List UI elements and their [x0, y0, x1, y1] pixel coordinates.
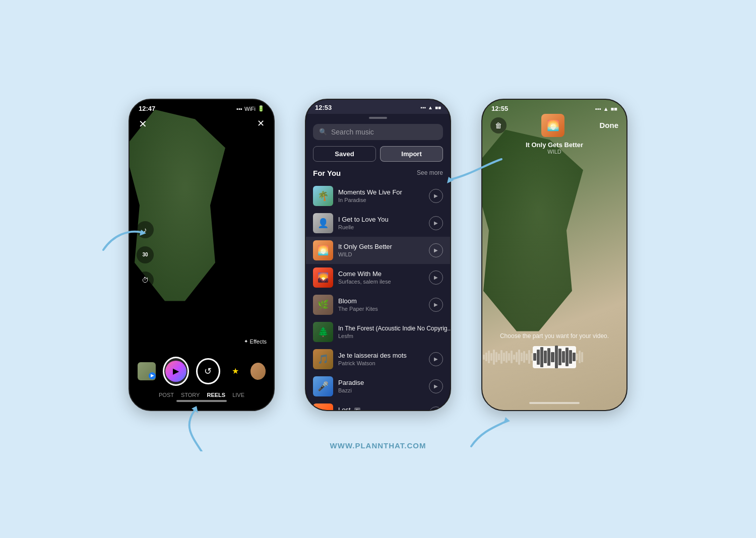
nav-live[interactable]: LIVE: [232, 392, 244, 398]
flip-icon: ↺: [204, 366, 212, 377]
nav-story[interactable]: STORY: [181, 392, 200, 398]
phone2-time: 12:53: [315, 104, 332, 111]
play-btn-4[interactable]: ▶: [429, 298, 443, 312]
song-item-4[interactable]: 🌿 Bloom The Paper Kites ▶: [306, 291, 450, 318]
phone3-time: 12:55: [491, 105, 508, 112]
song-thumb-2: 🌅: [313, 240, 333, 260]
battery-icon: 🔋: [258, 105, 265, 112]
capture-button[interactable]: ▶: [163, 357, 189, 386]
capture-row: ▶ ▶ ↺ ★: [130, 353, 274, 390]
song-artist-5: Lesfm: [338, 333, 450, 339]
song-info-0: Moments We Live For In Paradise: [338, 188, 424, 203]
song-info-4: Bloom The Paper Kites: [338, 297, 424, 312]
song-thumb-6: 🎵: [313, 349, 333, 369]
play-btn-7[interactable]: ▶: [429, 379, 443, 393]
arrow-search: [436, 149, 507, 189]
wifi-icon-2: ▲: [428, 105, 433, 110]
svg-marker-2: [447, 177, 454, 183]
search-placeholder: Search music: [331, 128, 374, 136]
battery-icon-3: ■■: [611, 106, 617, 112]
song-item-8[interactable]: Lost E Frank Ocean ▶: [306, 400, 450, 410]
song-title-1: I Get to Love You: [338, 216, 424, 223]
website-url: WWW.PLANNTHAT.COM: [330, 441, 426, 450]
song-thumb-0: 🌴: [313, 186, 333, 206]
camera-close-button[interactable]: ✕: [139, 118, 147, 130]
song-item-3[interactable]: 🌄 Come With Me Surfaces, salem ilese ▶: [306, 264, 450, 291]
reels-badge: ▶: [149, 372, 156, 379]
play-btn-1[interactable]: ▶: [429, 216, 443, 230]
play-btn-6[interactable]: ▶: [429, 352, 443, 366]
waveform-container[interactable]: [482, 345, 626, 370]
phone2-status-icons: ▪▪▪ ▲ ■■: [420, 105, 441, 110]
arrow-music: [98, 215, 159, 255]
saved-tab[interactable]: Saved: [313, 146, 376, 162]
song-title-overlay: It Only Gets Better: [482, 141, 626, 149]
secondary-capture-button[interactable]: ↺: [196, 358, 220, 384]
phone1-time: 12:47: [139, 105, 155, 112]
search-bar[interactable]: 🔍 Search music: [313, 124, 443, 140]
song-info-3: Come With Me Surfaces, salem ilese: [338, 270, 424, 285]
phone1: 12:47 ▪▪▪ WiFi 🔋 ✕ ✕ ♪ 30: [129, 99, 275, 411]
song-info-1: I Get to Love You Ruelle: [338, 216, 424, 230]
song-info-8: Lost E Frank Ocean: [338, 406, 424, 410]
import-tab[interactable]: Import: [380, 146, 443, 162]
song-thumb-7: 🎤: [313, 376, 333, 396]
phone3-status-bar: 12:55 ▪▪▪ ▲ ■■: [482, 100, 626, 114]
effects-label[interactable]: Effects: [244, 339, 267, 345]
song-list: 🌴 Moments We Live For In Paradise ▶ 👤 I …: [306, 182, 450, 410]
avatar[interactable]: [250, 363, 266, 380]
song-info-2: It Only Gets Better WILD: [338, 243, 424, 257]
gallery-thumbnail-wrapper: ▶: [138, 362, 156, 380]
song-item-2[interactable]: 🌅 It Only Gets Better WILD ▶: [306, 237, 450, 264]
nav-reels[interactable]: REELS: [207, 392, 225, 398]
song-artist-7: Bazzi: [338, 387, 424, 393]
song-title-7: Paradise: [338, 379, 424, 386]
camera-flash-button[interactable]: ✕: [257, 118, 265, 129]
song-title-0: Moments We Live For: [338, 188, 424, 196]
phone1-status-bar: 12:47 ▪▪▪ WiFi 🔋: [130, 100, 274, 114]
phone3-home-indicator: [529, 402, 580, 404]
star-button[interactable]: ★: [227, 362, 243, 380]
waveform-selected[interactable]: [533, 345, 576, 370]
play-btn-3[interactable]: ▶: [429, 271, 443, 285]
play-btn-8[interactable]: ▶: [429, 407, 443, 410]
signal-icon-3: ▪▪▪: [595, 106, 601, 112]
song-thumb-3: 🌄: [313, 267, 333, 288]
trash-button[interactable]: 🗑: [490, 117, 507, 133]
signal-icon: ▪▪▪: [236, 106, 242, 112]
phone1-status-icons: ▪▪▪ WiFi 🔋: [236, 105, 265, 112]
search-icon: 🔍: [319, 128, 327, 136]
song-artist-6: Patrick Watson: [338, 360, 424, 366]
star-icon: ★: [232, 366, 239, 376]
song-item-5[interactable]: 🌲 In The Forest (Acoustic Indie No Copyr…: [306, 318, 450, 346]
tab-row: Saved Import: [313, 146, 443, 162]
play-btn-0[interactable]: ▶: [429, 189, 443, 203]
phone2-wrapper: 12:53 ▪▪▪ ▲ ■■ 🔍 Search music Saved: [305, 99, 451, 411]
song-item-6[interactable]: 🎵 Je te laisserai des mots Patrick Watso…: [306, 346, 450, 373]
choose-text: Choose the part you want for your video.: [482, 332, 626, 340]
phone3-status-icons: ▪▪▪ ▲ ■■: [595, 106, 617, 112]
svg-marker-0: [140, 230, 146, 236]
arrow-bottom: [169, 401, 234, 451]
song-info-6: Je te laisserai des mots Patrick Watson: [338, 352, 424, 366]
song-title-6: Je te laisserai des mots: [338, 352, 424, 359]
clock-button[interactable]: ⏱: [137, 272, 154, 289]
wifi-icon-3: ▲: [603, 106, 609, 112]
song-title-3: Come With Me: [338, 270, 424, 278]
song-item-0[interactable]: 🌴 Moments We Live For In Paradise ▶: [306, 182, 450, 210]
album-art-container: 🌅: [541, 114, 564, 137]
nav-tabs: POST STORY REELS LIVE: [159, 392, 244, 398]
song-thumb-5: 🌲: [313, 322, 333, 342]
song-title-4: Bloom: [338, 297, 424, 305]
phone3-top-bar: 🗑 🌅 Done: [482, 114, 626, 137]
done-button[interactable]: Done: [600, 121, 619, 129]
phone2-status-bar: 12:53 ▪▪▪ ▲ ■■: [306, 100, 450, 114]
song-item-1[interactable]: 👤 I Get to Love You Ruelle ▶: [306, 210, 450, 237]
nav-post[interactable]: POST: [159, 392, 174, 398]
play-btn-2[interactable]: ▶: [429, 243, 443, 257]
song-artist-2: WILD: [338, 251, 424, 257]
song-item-7[interactable]: 🎤 Paradise Bazzi ▶: [306, 373, 450, 400]
battery-icon-2: ■■: [435, 105, 441, 110]
signal-icon-2: ▪▪▪: [420, 105, 426, 110]
song-thumb-4: 🌿: [313, 295, 333, 315]
